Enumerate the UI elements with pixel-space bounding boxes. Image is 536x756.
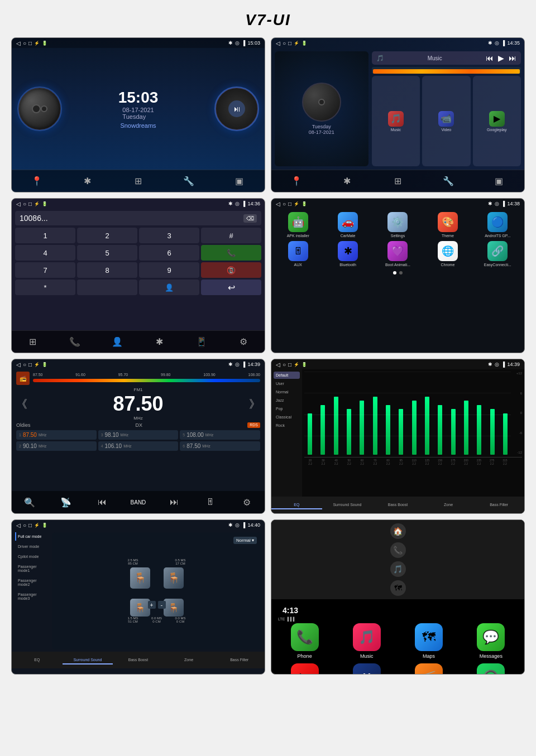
eq-mode-normal[interactable]: Normal bbox=[274, 388, 300, 396]
tab-bass-boost[interactable]: Bass Boost bbox=[372, 501, 423, 509]
phone-icon-btn[interactable]: 📱 bbox=[193, 334, 210, 350]
home-icon[interactable]: ○ bbox=[23, 201, 26, 207]
cp-maps[interactable]: 🗺 Maps bbox=[400, 623, 458, 659]
play-disc[interactable]: ⏯ bbox=[214, 86, 259, 131]
bt-btn[interactable]: ✱ bbox=[339, 173, 356, 190]
tab-bass-filter-s7[interactable]: Bass Filter bbox=[214, 656, 265, 664]
dot-1[interactable] bbox=[393, 271, 396, 275]
androits-app[interactable]: 🔵 AndroiTS GP... bbox=[475, 212, 521, 238]
cp-music[interactable]: 🎵 Music bbox=[338, 623, 395, 659]
recents-icon[interactable]: □ bbox=[28, 201, 32, 207]
dialer-btn[interactable]: ⊞ bbox=[25, 334, 41, 350]
tab-zone[interactable]: Zone bbox=[423, 501, 474, 509]
normal-dropdown[interactable]: Normal ▾ bbox=[233, 537, 257, 544]
tab-surround[interactable]: Surround Sound bbox=[322, 501, 373, 509]
calls-btn[interactable]: 📞 bbox=[66, 334, 83, 350]
recents-icon[interactable]: □ bbox=[288, 40, 291, 46]
backspace-btn[interactable]: ⌫ bbox=[243, 214, 257, 223]
play-btn[interactable]: ▶ bbox=[498, 54, 504, 62]
band-btn[interactable]: BAND bbox=[130, 494, 146, 511]
end-call-btn[interactable]: 📵 bbox=[201, 262, 261, 278]
plus-btn[interactable]: + bbox=[148, 601, 156, 609]
key-transfer[interactable]: ↩ bbox=[201, 280, 261, 295]
theme-app[interactable]: 🎨 Theme bbox=[424, 212, 471, 238]
tab-eq[interactable]: EQ bbox=[271, 501, 322, 509]
chrome-app[interactable]: 🌐 Chrome bbox=[424, 241, 471, 267]
bluetooth-app[interactable]: ✱ Bluetooth bbox=[324, 241, 371, 267]
key-8[interactable]: 8 bbox=[77, 262, 137, 278]
next-btn[interactable]: ⏭ bbox=[509, 54, 516, 62]
nav-btn[interactable]: 📍 bbox=[28, 173, 45, 190]
eq-mode-classical[interactable]: Classical bbox=[274, 413, 300, 421]
home-icon[interactable]: ○ bbox=[283, 201, 286, 207]
apps-btn[interactable]: ⊞ bbox=[130, 173, 146, 190]
key-contact[interactable]: 👤 bbox=[139, 280, 199, 295]
home-icon[interactable]: ○ bbox=[23, 522, 26, 528]
mode-passenger3[interactable]: Passenger mode3 bbox=[15, 590, 49, 603]
key-0[interactable] bbox=[77, 280, 137, 295]
search-btn[interactable]: 🔍 bbox=[21, 494, 38, 511]
carplay-media-icon[interactable]: 🎵 bbox=[390, 561, 406, 577]
apk-installer[interactable]: 🤖 APK installer bbox=[275, 212, 321, 238]
scan-back[interactable]: 《 bbox=[16, 397, 27, 412]
tab-eq-s7[interactable]: EQ bbox=[12, 656, 63, 664]
settings-dial-btn[interactable]: ⚙ bbox=[235, 334, 252, 350]
key-5[interactable]: 5 bbox=[77, 245, 137, 261]
recents-icon[interactable]: □ bbox=[28, 362, 32, 368]
home-icon[interactable]: ○ bbox=[283, 362, 286, 368]
gplay-app[interactable]: ▶ Googleplay bbox=[473, 76, 521, 166]
tab-bass-filter[interactable]: Bass Filter bbox=[473, 501, 524, 509]
cp-messages[interactable]: 💬 Messages bbox=[462, 623, 520, 659]
cp-overcast[interactable]: 📻 Overcast bbox=[400, 663, 458, 675]
music-widget[interactable]: 🎵 Music ⏮ ▶ ⏭ bbox=[372, 51, 521, 65]
key-4[interactable]: 4 bbox=[15, 245, 75, 261]
dot-2[interactable] bbox=[399, 271, 403, 275]
tab-zone-s7[interactable]: Zone bbox=[164, 656, 214, 664]
scan-forward[interactable]: 》 bbox=[249, 397, 260, 412]
eq-mode-jazz[interactable]: Jazz bbox=[274, 397, 300, 404]
prev-btn[interactable]: ⏮ bbox=[94, 494, 111, 511]
back-icon[interactable]: ◁ bbox=[16, 522, 21, 528]
preset-5[interactable]: 5 108.00 MHz bbox=[180, 430, 260, 440]
back-icon[interactable]: ◁ bbox=[276, 40, 280, 46]
bt-call-btn[interactable]: ✱ bbox=[151, 334, 168, 350]
key-2[interactable]: 2 bbox=[77, 228, 137, 243]
eq-mode-rock[interactable]: Rock bbox=[274, 422, 300, 429]
carplay-home-icon[interactable]: 🏠 bbox=[390, 523, 406, 539]
cp-phone[interactable]: 📞 Phone bbox=[276, 623, 333, 659]
mode-driver[interactable]: Driver mode bbox=[15, 542, 49, 551]
carmate-app[interactable]: 🚗 CarMate bbox=[324, 212, 371, 238]
carplay-phone-icon[interactable]: 📞 bbox=[390, 542, 406, 558]
aux-app[interactable]: 🎚 AUX bbox=[275, 241, 321, 267]
call-btn[interactable]: 📞 bbox=[201, 245, 261, 261]
video-app[interactable]: 📹 Video bbox=[422, 76, 470, 166]
nav-btn[interactable]: 📍 bbox=[288, 173, 305, 190]
key-1[interactable]: 1 bbox=[15, 228, 75, 243]
prev-btn[interactable]: ⏮ bbox=[486, 54, 494, 62]
tab-bass-boost-s7[interactable]: Bass Boost bbox=[113, 656, 164, 664]
back-icon[interactable]: ◁ bbox=[16, 40, 21, 46]
back-icon[interactable]: ◁ bbox=[16, 362, 21, 368]
back-icon[interactable]: ◁ bbox=[276, 201, 280, 207]
home-icon[interactable]: ○ bbox=[23, 40, 26, 46]
eq-mode-default[interactable]: Default bbox=[274, 372, 300, 379]
recents-icon[interactable]: □ bbox=[288, 201, 291, 207]
mode-fullcar[interactable]: Full car mode bbox=[15, 532, 49, 541]
mode-passenger1[interactable]: Passenger mode1 bbox=[15, 562, 49, 575]
cp-hyundai[interactable]: H HYUNDAI bbox=[338, 663, 395, 675]
recents-icon[interactable]: □ bbox=[28, 40, 32, 46]
minus-btn[interactable]: - bbox=[158, 601, 166, 609]
preset-4[interactable]: 4 106.10 MHz bbox=[98, 441, 179, 451]
mode-passenger2[interactable]: Passenger mode2 bbox=[15, 576, 49, 589]
home-icon[interactable]: ○ bbox=[23, 362, 26, 368]
scan-btn[interactable]: 📡 bbox=[58, 494, 74, 511]
key-hash[interactable]: # bbox=[201, 228, 261, 243]
preset-3[interactable]: 3 98.10 MHz bbox=[98, 430, 179, 440]
tab-surround-s7[interactable]: Surround Sound bbox=[63, 656, 113, 664]
settings-radio-btn[interactable]: ⚙ bbox=[238, 494, 255, 511]
music-controls[interactable]: ⏮ ▶ ⏭ bbox=[486, 54, 516, 62]
eq-mode-pop[interactable]: Pop bbox=[274, 405, 300, 412]
recents-icon[interactable]: □ bbox=[28, 522, 32, 528]
next-btn[interactable]: ⏭ bbox=[166, 494, 183, 511]
preset-6[interactable]: 6 87.50 MHz bbox=[180, 441, 260, 451]
